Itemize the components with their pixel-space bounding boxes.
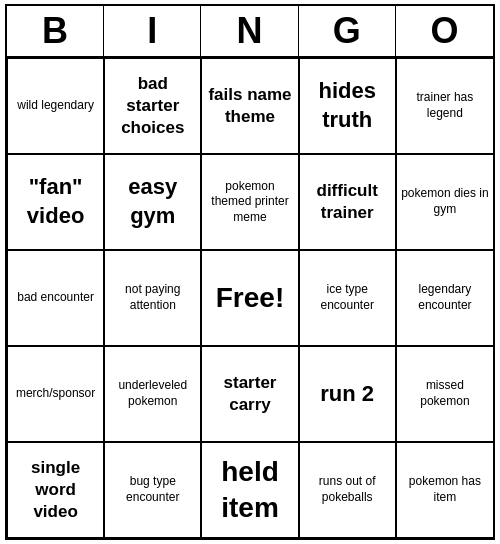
- bingo-cell-8[interactable]: difficult trainer: [299, 154, 396, 250]
- bingo-cell-2[interactable]: fails name theme: [201, 58, 298, 154]
- bingo-cell-11[interactable]: not paying attention: [104, 250, 201, 346]
- header-letter-I: I: [104, 6, 201, 56]
- bingo-cell-10[interactable]: bad encounter: [7, 250, 104, 346]
- bingo-grid: wild legendarybad starter choicesfails n…: [7, 58, 493, 538]
- bingo-cell-7[interactable]: pokemon themed printer meme: [201, 154, 298, 250]
- bingo-cell-0[interactable]: wild legendary: [7, 58, 104, 154]
- header-letter-N: N: [201, 6, 298, 56]
- bingo-cell-6[interactable]: easy gym: [104, 154, 201, 250]
- bingo-cell-1[interactable]: bad starter choices: [104, 58, 201, 154]
- header-letter-O: O: [396, 6, 493, 56]
- bingo-card: BINGO wild legendarybad starter choicesf…: [5, 4, 495, 540]
- bingo-cell-3[interactable]: hides truth: [299, 58, 396, 154]
- bingo-cell-24[interactable]: pokemon has item: [396, 442, 493, 538]
- header-letter-B: B: [7, 6, 104, 56]
- bingo-cell-13[interactable]: ice type encounter: [299, 250, 396, 346]
- bingo-cell-14[interactable]: legendary encounter: [396, 250, 493, 346]
- bingo-cell-21[interactable]: bug type encounter: [104, 442, 201, 538]
- bingo-cell-20[interactable]: single word video: [7, 442, 104, 538]
- bingo-cell-9[interactable]: pokemon dies in gym: [396, 154, 493, 250]
- bingo-header: BINGO: [7, 6, 493, 58]
- bingo-cell-19[interactable]: missed pokemon: [396, 346, 493, 442]
- bingo-cell-16[interactable]: underleveled pokemon: [104, 346, 201, 442]
- header-letter-G: G: [299, 6, 396, 56]
- bingo-cell-18[interactable]: run 2: [299, 346, 396, 442]
- bingo-cell-22[interactable]: held item: [201, 442, 298, 538]
- bingo-cell-17[interactable]: starter carry: [201, 346, 298, 442]
- bingo-cell-12[interactable]: Free!: [201, 250, 298, 346]
- bingo-cell-5[interactable]: "fan" video: [7, 154, 104, 250]
- bingo-cell-23[interactable]: runs out of pokeballs: [299, 442, 396, 538]
- bingo-cell-15[interactable]: merch/sponsor: [7, 346, 104, 442]
- bingo-cell-4[interactable]: trainer has legend: [396, 58, 493, 154]
